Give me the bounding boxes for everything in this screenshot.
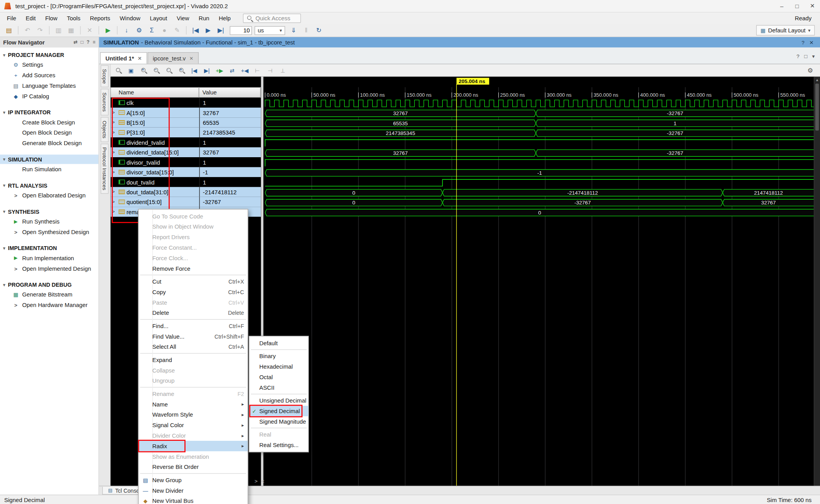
flownav-item-run-simulation[interactable]: Run Simulation: [0, 164, 98, 174]
flownav-item-open-elaborated-design[interactable]: >Open Elaborated Design: [0, 190, 98, 201]
sim-run-time-input[interactable]: [230, 26, 252, 35]
tab-ipcore-test-v[interactable]: ipcore_test.v✕: [148, 52, 199, 64]
help-icon[interactable]: ?: [87, 40, 89, 45]
expand-arrow-icon[interactable]: >: [112, 150, 117, 154]
signal-name-cell[interactable]: clk: [111, 98, 199, 107]
menu-item-radix[interactable]: Radix▸: [139, 441, 248, 451]
menu-item-expand[interactable]: Expand: [139, 355, 248, 365]
expand-left-icon[interactable]: <: [261, 478, 264, 484]
close-tab-icon[interactable]: ✕: [189, 56, 193, 61]
close-tab-icon[interactable]: ✕: [138, 56, 142, 61]
menu-item-waveform-style[interactable]: Waveform Style▸: [139, 410, 248, 420]
float-icon[interactable]: □: [804, 53, 807, 59]
menu-item-hexadecimal[interactable]: Hexadecimal: [249, 361, 308, 372]
menu-item-new-divider[interactable]: —New Divider: [139, 485, 248, 496]
signal-row-dout-tdata-31-0[interactable]: >dout_tdata[31:0]-2147418112: [111, 187, 261, 197]
menu-item-find[interactable]: Find...Ctrl+F: [139, 321, 248, 331]
menu-item-new-group[interactable]: ▤New Group: [139, 475, 248, 485]
menu-layout[interactable]: Layout: [145, 14, 172, 23]
flownav-item-open-block-design[interactable]: Open Block Design: [0, 128, 98, 138]
menu-item-select-all[interactable]: Select AllCtrl+A: [139, 342, 248, 352]
vertical-scrollbar[interactable]: ▲: [814, 77, 820, 486]
signal-name-cell[interactable]: >dout_tdata[31:0]: [111, 187, 199, 197]
tab-list-icon[interactable]: ▾: [812, 53, 815, 59]
next-transition-button[interactable]: ⇄: [226, 65, 237, 75]
dock-icon[interactable]: □: [80, 40, 83, 45]
flownav-header-simulation[interactable]: ▾SIMULATION: [0, 154, 98, 164]
flownav-item-settings[interactable]: ⚙Settings: [0, 60, 98, 70]
menu-item-signed-magnitude[interactable]: Signed Magnitude: [249, 416, 308, 427]
side-tab-protocol-instances[interactable]: Protocol Instances: [101, 144, 109, 194]
close-icon[interactable]: ✕: [809, 39, 813, 45]
expand-arrow-icon[interactable]: >: [112, 130, 117, 135]
scroll-up-icon[interactable]: ▲: [815, 78, 819, 81]
signal-name-cell[interactable]: >P[31:0]: [111, 128, 199, 137]
zoom-to-cursor-button[interactable]: +: [176, 65, 187, 75]
menu-item-new-virtual-bus[interactable]: ◆New Virtual Bus: [139, 496, 248, 504]
flownav-item-create-block-design[interactable]: Create Block Design: [0, 117, 98, 128]
menu-help[interactable]: Help: [214, 14, 235, 23]
menu-window[interactable]: Window: [115, 14, 145, 23]
close-button[interactable]: [805, 0, 820, 12]
flownav-item-run-implementation[interactable]: ▶Run Implementation: [0, 253, 98, 263]
save-configuration-button[interactable]: ▣: [125, 65, 136, 75]
menu-item-name[interactable]: Name▸: [139, 399, 248, 410]
expand-arrow-icon[interactable]: >: [112, 110, 117, 115]
go-to-time-0-button[interactable]: |◀: [189, 65, 200, 75]
flownav-item-generate-block-design[interactable]: Generate Block Design: [0, 138, 98, 148]
minimize-button[interactable]: [774, 0, 790, 12]
signal-row-dout-tvalid[interactable]: dout_tvalid1: [111, 177, 261, 187]
signal-row-a-15-0[interactable]: >A[15:0]32767: [111, 108, 261, 117]
flownav-header-synthesis[interactable]: ▾SYNTHESIS: [0, 207, 98, 216]
add-marker-button[interactable]: +◀: [239, 65, 250, 75]
flownav-item-open-hardware-manager[interactable]: >Open Hardware Manager: [0, 300, 98, 311]
settings-button[interactable]: ⚙: [133, 25, 145, 35]
sum-button[interactable]: Σ: [146, 25, 158, 35]
menu-icon[interactable]: ≡: [93, 40, 95, 45]
relaunch-button[interactable]: ↻: [313, 25, 325, 35]
restart-button[interactable]: |◀: [190, 25, 201, 35]
layout-selector[interactable]: Default Layout: [756, 25, 815, 35]
flownav-item-add-sources[interactable]: +Add Sources: [0, 70, 98, 80]
value-column-header[interactable]: Value: [199, 87, 261, 98]
expand-arrow-icon[interactable]: >: [112, 209, 117, 214]
side-tab-scope[interactable]: Scope: [101, 65, 109, 87]
flownav-item-language-templates[interactable]: ▤Language Templates: [0, 80, 98, 91]
tab-untitled-1[interactable]: Untitled 1*✕: [100, 52, 147, 64]
menu-item-octal[interactable]: Octal: [249, 372, 308, 382]
name-column-header[interactable]: Name: [111, 87, 199, 98]
zoom-in-button[interactable]: +: [138, 65, 149, 75]
maximize-button[interactable]: [790, 0, 805, 12]
swap-icon[interactable]: ⇄: [73, 40, 77, 45]
expand-arrow-icon[interactable]: >: [112, 170, 117, 174]
menu-item-reverse-bit-order[interactable]: Reverse Bit Order: [139, 462, 248, 472]
side-tab-objects[interactable]: Objects: [101, 117, 109, 142]
menu-tools[interactable]: Tools: [62, 14, 85, 23]
menu-file[interactable]: File: [2, 14, 21, 23]
menu-edit[interactable]: Edit: [21, 14, 41, 23]
waveform-canvas[interactable]: 0.000 ns50.000 ns100.000 ns150.000 ns200…: [264, 77, 814, 486]
expand-right-icon[interactable]: >: [255, 478, 258, 484]
zoom-out-button[interactable]: −: [151, 65, 162, 75]
open-recent-button[interactable]: ▤: [3, 25, 15, 35]
menu-item-default[interactable]: Default: [249, 338, 308, 348]
signal-row-p-31-0[interactable]: >P[31:0]2147385345: [111, 128, 261, 137]
flownav-header-program-and-debug[interactable]: ▾PROGRAM AND DEBUG: [0, 280, 98, 289]
find-button[interactable]: [113, 65, 124, 75]
help-icon[interactable]: ?: [797, 53, 800, 59]
flownav-header-project-manager[interactable]: ▾PROJECT MANAGER: [0, 50, 98, 60]
menu-item-remove-force[interactable]: Remove Force: [139, 263, 248, 274]
signal-row-quotient-15-0[interactable]: >quotient[15:0]-32767: [111, 197, 261, 207]
signal-name-cell[interactable]: dout_tvalid: [111, 177, 199, 187]
menu-item-copy[interactable]: CopyCtrl+C: [139, 287, 248, 297]
menu-item-find-value[interactable]: Find Value...Ctrl+Shift+F: [139, 331, 248, 342]
menu-flow[interactable]: Flow: [41, 14, 62, 23]
flownav-header-ip-integrator[interactable]: ▾IP INTEGRATOR: [0, 108, 98, 117]
menu-item-signal-color[interactable]: Signal Color▸: [139, 420, 248, 430]
expand-arrow-icon[interactable]: >: [112, 120, 117, 125]
menu-item-delete[interactable]: DeleteDelete: [139, 308, 248, 318]
flownav-item-ip-catalog[interactable]: ◆IP Catalog: [0, 91, 98, 101]
signal-name-cell[interactable]: >quotient[15:0]: [111, 197, 199, 207]
expand-arrow-icon[interactable]: >: [112, 190, 117, 194]
signal-name-cell[interactable]: >B[15:0]: [111, 117, 199, 127]
